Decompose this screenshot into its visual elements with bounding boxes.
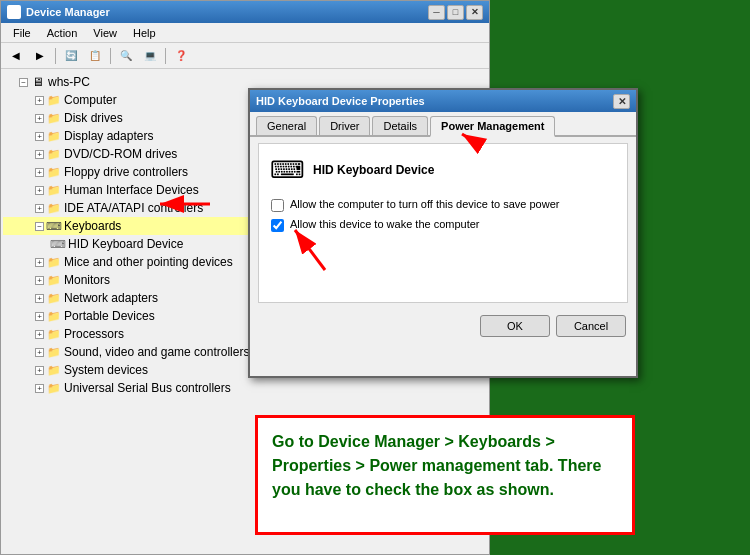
ok-button[interactable]: OK [480, 315, 550, 337]
computer-icon: 🖥 [31, 75, 45, 89]
disk-icon: 📁 [47, 111, 61, 125]
checkbox-turn-off-label: Allow the computer to turn off this devi… [290, 198, 559, 210]
expand-sound[interactable]: + [35, 348, 44, 357]
monitors-icon: 📁 [47, 273, 61, 287]
dvd-icon: 📁 [47, 147, 61, 161]
usb-icon: 📁 [47, 381, 61, 395]
device-icon-large: ⌨ [271, 154, 303, 186]
tree-item-portable-label: Portable Devices [64, 309, 155, 323]
dialog-tabs: General Driver Details Power Management [250, 112, 636, 137]
tree-item-usb-label: Universal Serial Bus controllers [64, 381, 231, 395]
expand-keyboards[interactable]: − [35, 222, 44, 231]
toolbar-properties[interactable]: 📋 [84, 46, 106, 66]
cancel-button[interactable]: Cancel [556, 315, 626, 337]
tree-item-network-label: Network adapters [64, 291, 158, 305]
toolbar-separator-3 [165, 48, 166, 64]
dialog-content: ⌨ HID Keyboard Device Allow the computer… [258, 143, 628, 303]
title-bar-controls: ─ □ ✕ [428, 5, 483, 20]
expand-monitors[interactable]: + [35, 276, 44, 285]
expand-network[interactable]: + [35, 294, 44, 303]
mice-icon: 📁 [47, 255, 61, 269]
menu-view[interactable]: View [85, 25, 125, 41]
network-icon: 📁 [47, 291, 61, 305]
device-name-label: HID Keyboard Device [313, 163, 434, 177]
dialog-title: HID Keyboard Device Properties [256, 95, 425, 107]
keyboards-icon: ⌨ [47, 219, 61, 233]
toolbar-forward[interactable]: ▶ [29, 46, 51, 66]
expand-hid[interactable]: + [35, 186, 44, 195]
expand-floppy[interactable]: + [35, 168, 44, 177]
dialog-close-button[interactable]: ✕ [613, 94, 630, 109]
expand-mice[interactable]: + [35, 258, 44, 267]
tree-item-processors-label: Processors [64, 327, 124, 341]
checkbox-row-1: Allow the computer to turn off this devi… [271, 198, 615, 212]
hid-keyboard-icon: ⌨ [51, 237, 65, 251]
toolbar-separator-2 [110, 48, 111, 64]
tree-item-system-label: System devices [64, 363, 148, 377]
tree-item-ide-label: IDE ATA/ATAPI controllers [64, 201, 203, 215]
tree-item-computer-label: Computer [64, 93, 117, 107]
menu-help[interactable]: Help [125, 25, 164, 41]
toolbar-separator-1 [55, 48, 56, 64]
tab-details[interactable]: Details [372, 116, 428, 135]
tree-root-label: whs-PC [48, 75, 90, 89]
tree-item-hid-keyboard-label: HID Keyboard Device [68, 237, 183, 251]
main-window-icon [7, 5, 21, 19]
expand-portable[interactable]: + [35, 312, 44, 321]
checkbox-wake-computer[interactable] [271, 219, 284, 232]
tree-item-monitors-label: Monitors [64, 273, 110, 287]
system-icon: 📁 [47, 363, 61, 377]
expand-system[interactable]: + [35, 366, 44, 375]
hid-icon: 📁 [47, 183, 61, 197]
tab-general[interactable]: General [256, 116, 317, 135]
main-title-bar: Device Manager ─ □ ✕ [1, 1, 489, 23]
maximize-button[interactable]: □ [447, 5, 464, 20]
display-icon: 📁 [47, 129, 61, 143]
checkbox-row-2: Allow this device to wake the computer [271, 218, 615, 232]
tab-power-management[interactable]: Power Management [430, 116, 555, 137]
ide-icon: 📁 [47, 201, 61, 215]
tree-item-sound-label: Sound, video and game controllers [64, 345, 249, 359]
minimize-button[interactable]: ─ [428, 5, 445, 20]
expand-computer[interactable]: + [35, 96, 44, 105]
tree-item-usb[interactable]: + 📁 Universal Serial Bus controllers [3, 379, 487, 397]
properties-dialog: HID Keyboard Device Properties ✕ General… [248, 88, 638, 378]
tab-driver[interactable]: Driver [319, 116, 370, 135]
close-button[interactable]: ✕ [466, 5, 483, 20]
sound-icon: 📁 [47, 345, 61, 359]
expand-usb[interactable]: + [35, 384, 44, 393]
device-header: ⌨ HID Keyboard Device [271, 154, 615, 186]
annotation-box: Go to Device Manager > Keyboards > Prope… [255, 415, 635, 535]
annotation-text: Go to Device Manager > Keyboards > Prope… [272, 433, 601, 498]
tree-item-display-label: Display adapters [64, 129, 153, 143]
checkbox-turn-off[interactable] [271, 199, 284, 212]
floppy-icon: 📁 [47, 165, 61, 179]
portable-icon: 📁 [47, 309, 61, 323]
expand-disk[interactable]: + [35, 114, 44, 123]
tree-item-dvd-label: DVD/CD-ROM drives [64, 147, 177, 161]
tree-item-hid-label: Human Interface Devices [64, 183, 199, 197]
main-window-title: Device Manager [26, 6, 110, 18]
menu-file[interactable]: File [5, 25, 39, 41]
expand-root[interactable]: − [19, 78, 28, 87]
toolbar: ◀ ▶ 🔄 📋 🔍 💻 ❓ [1, 43, 489, 69]
toolbar-scan[interactable]: 🔍 [115, 46, 137, 66]
dialog-footer: OK Cancel [250, 309, 636, 343]
computer-folder-icon: 📁 [47, 93, 61, 107]
checkbox-wake-label: Allow this device to wake the computer [290, 218, 480, 230]
toolbar-back[interactable]: ◀ [5, 46, 27, 66]
menu-action[interactable]: Action [39, 25, 86, 41]
tree-item-keyboards-label: Keyboards [64, 219, 121, 233]
processors-icon: 📁 [47, 327, 61, 341]
tree-item-floppy-label: Floppy drive controllers [64, 165, 188, 179]
expand-dvd[interactable]: + [35, 150, 44, 159]
menu-bar: File Action View Help [1, 23, 489, 43]
toolbar-help[interactable]: ❓ [170, 46, 192, 66]
expand-ide[interactable]: + [35, 204, 44, 213]
tree-item-mice-label: Mice and other pointing devices [64, 255, 233, 269]
expand-display[interactable]: + [35, 132, 44, 141]
toolbar-devmgr[interactable]: 💻 [139, 46, 161, 66]
expand-processors[interactable]: + [35, 330, 44, 339]
dialog-title-bar: HID Keyboard Device Properties ✕ [250, 90, 636, 112]
toolbar-refresh[interactable]: 🔄 [60, 46, 82, 66]
